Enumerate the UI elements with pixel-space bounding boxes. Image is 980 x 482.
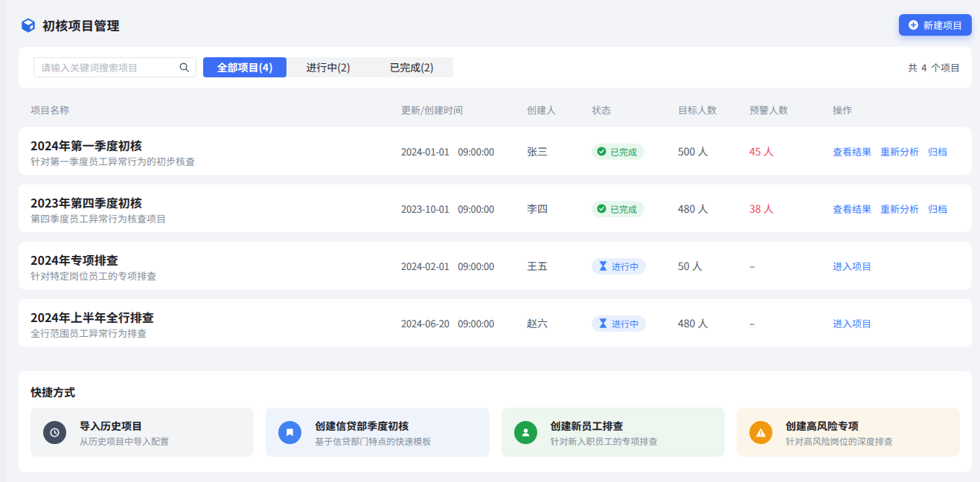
shortcut-text: 创建新员工排查 针对新入职员工的专项排查	[551, 418, 658, 447]
target-count: 480 人	[678, 201, 749, 216]
target-count: 50 人	[678, 258, 749, 273]
shortcut-icon-circle	[278, 421, 301, 444]
action-link[interactable]: 进入项目	[833, 259, 871, 273]
project-title: 2023年第四季度初核	[31, 195, 401, 211]
magnifier-icon	[179, 62, 190, 73]
row-actions: 查看结果 重新分析 归档	[833, 144, 960, 158]
status-badge: 进行中	[592, 315, 646, 332]
project-name-cell: 2023年第四季度初核 第四季度员工异常行为核查项目	[31, 184, 401, 225]
project-name-cell: 2024年上半年全行排查 全行范围员工异常行为排查	[31, 299, 401, 340]
search-input[interactable]	[33, 57, 196, 77]
project-description: 全行范围员工异常行为排查	[31, 327, 401, 340]
column-header-status: 状态	[592, 103, 678, 117]
action-link[interactable]: 重新分析	[880, 202, 919, 216]
table-row[interactable]: 2024年专项排查 针对特定岗位员工的专项排查 2024-02-01 09:00…	[19, 242, 972, 289]
action-link[interactable]: 重新分析	[880, 144, 919, 158]
creator: 王五	[527, 258, 592, 273]
action-link[interactable]: 归档	[928, 144, 947, 158]
target-count: 500 人	[678, 144, 749, 158]
toolbar-card: 全部项目(4) 进行中(2) 已完成(2) 共 4 个项目	[19, 47, 972, 88]
cube-icon	[20, 17, 36, 33]
target-count: 480 人	[678, 315, 749, 330]
search-box	[33, 57, 196, 77]
bookmark-icon	[284, 427, 295, 438]
table-row[interactable]: 2023年第四季度初核 第四季度员工异常行为核查项目 2023-10-01 09…	[19, 184, 972, 232]
shortcut-description: 针对新入职员工的专项排查	[551, 434, 658, 447]
status-cell: 已完成	[592, 199, 678, 217]
status-cell: 已完成	[592, 142, 678, 160]
hourglass-icon	[598, 318, 608, 328]
shortcut-title: 创建高风险专项	[786, 418, 893, 433]
project-title: 2024年第一季度初核	[31, 138, 401, 153]
project-name-cell: 2024年第一季度初核 针对第一季度员工异常行为的初步核查	[31, 127, 401, 168]
shortcut-description: 从历史项目中导入配置	[80, 434, 169, 447]
shortcut-title: 创建新员工排查	[551, 418, 658, 433]
shortcut-text: 导入历史项目 从历史项目中导入配置	[80, 418, 169, 447]
shortcut-text: 创建高风险专项 针对高风险岗位的深度排查	[786, 418, 893, 447]
shortcut-card[interactable]: 创建新员工排查 针对新入职员工的专项排查	[502, 408, 725, 457]
row-actions: 进入项目	[833, 316, 960, 330]
action-link[interactable]: 进入项目	[833, 316, 871, 330]
table-row[interactable]: 2024年第一季度初核 针对第一季度员工异常行为的初步核查 2024-01-01…	[19, 127, 972, 175]
column-header-warning: 预警人数	[749, 103, 833, 117]
update-time: 2024-06-20 09:00:00	[401, 316, 527, 330]
project-title: 2024年专项排查	[31, 252, 401, 268]
shortcut-card[interactable]: 导入历史项目 从历史项目中导入配置	[31, 408, 254, 457]
warning-count: –	[749, 258, 833, 273]
clock-icon	[49, 427, 60, 438]
table-row[interactable]: 2024年上半年全行排查 全行范围员工异常行为排查 2024-06-20 09:…	[19, 299, 972, 347]
project-description: 第四季度员工异常行为核查项目	[31, 212, 401, 225]
check-circle-icon	[597, 204, 606, 213]
creator: 李四	[527, 201, 592, 216]
hourglass-icon	[598, 261, 608, 271]
shortcut-card[interactable]: 创建高风险专项 针对高风险岗位的深度排查	[737, 408, 960, 457]
row-actions: 进入项目	[833, 259, 960, 273]
column-header-actions: 操作	[833, 103, 960, 117]
warning-icon	[755, 427, 766, 438]
action-link[interactable]: 查看结果	[833, 144, 871, 158]
project-title: 2024年上半年全行排查	[31, 309, 401, 325]
shortcut-card[interactable]: 创建信贷部季度初核 基于信贷部门特点的快速模板	[266, 408, 489, 457]
check-circle-icon	[597, 147, 606, 156]
page-title: 初核项目管理	[42, 16, 120, 34]
creator: 赵六	[527, 315, 592, 330]
row-actions: 查看结果 重新分析 归档	[833, 202, 960, 216]
shortcut-cards: 导入历史项目 从历史项目中导入配置 创建信贷部季度初核 基于信贷部门特点的快速模…	[31, 408, 960, 457]
shortcut-icon-circle	[749, 421, 772, 444]
plus-icon	[909, 20, 918, 30]
tab-completed[interactable]: 已完成(2)	[370, 57, 453, 77]
shortcut-title: 导入历史项目	[80, 418, 169, 433]
new-project-button[interactable]: 新建项目	[899, 14, 972, 36]
shortcut-description: 针对高风险岗位的深度排查	[786, 434, 893, 447]
update-time: 2024-01-01 09:00:00	[401, 144, 527, 158]
warning-count: 38 人	[749, 201, 833, 216]
action-link[interactable]: 查看结果	[833, 202, 871, 216]
person-icon	[520, 427, 531, 438]
creator: 张三	[527, 144, 592, 158]
shortcut-title: 创建信贷部季度初核	[315, 418, 431, 433]
table-header: 项目名称 更新/创建时间 创建人 状态 目标人数 预警人数 操作	[19, 88, 972, 127]
update-time: 2023-10-01 09:00:00	[401, 202, 527, 216]
page-header: 初核项目管理 新建项目	[19, 0, 972, 47]
update-time: 2024-02-01 09:00:00	[401, 259, 527, 273]
status-badge: 已完成	[592, 144, 644, 160]
total-count: 共 4 个项目	[908, 60, 960, 74]
column-header-target: 目标人数	[678, 103, 749, 117]
tab-in-progress[interactable]: 进行中(2)	[286, 57, 370, 77]
warning-count: –	[749, 315, 833, 330]
project-description: 针对第一季度员工异常行为的初步核查	[31, 155, 401, 168]
shortcut-description: 基于信贷部门特点的快速模板	[315, 434, 431, 447]
shortcuts-panel: 快捷方式 导入历史项目 从历史项目中导入配置 创建信贷部季度初核 基于信贷部门特…	[19, 371, 972, 472]
status-badge: 进行中	[592, 258, 646, 274]
status-cell: 进行中	[592, 257, 678, 274]
status-badge: 已完成	[592, 201, 644, 217]
warning-count: 45 人	[749, 144, 833, 158]
page: 初核项目管理 新建项目 全部项目(4) 进行中(2) 已完成(2) 共 4 个项…	[19, 0, 972, 472]
tab-all-projects[interactable]: 全部项目(4)	[203, 57, 286, 77]
window-edge-strip	[0, 0, 5, 482]
project-description: 针对特定岗位员工的专项排查	[31, 269, 401, 283]
column-header-time: 更新/创建时间	[401, 103, 527, 117]
column-header-creator: 创建人	[527, 103, 592, 117]
project-name-cell: 2024年专项排查 针对特定岗位员工的专项排查	[31, 242, 401, 283]
action-link[interactable]: 归档	[928, 202, 947, 216]
